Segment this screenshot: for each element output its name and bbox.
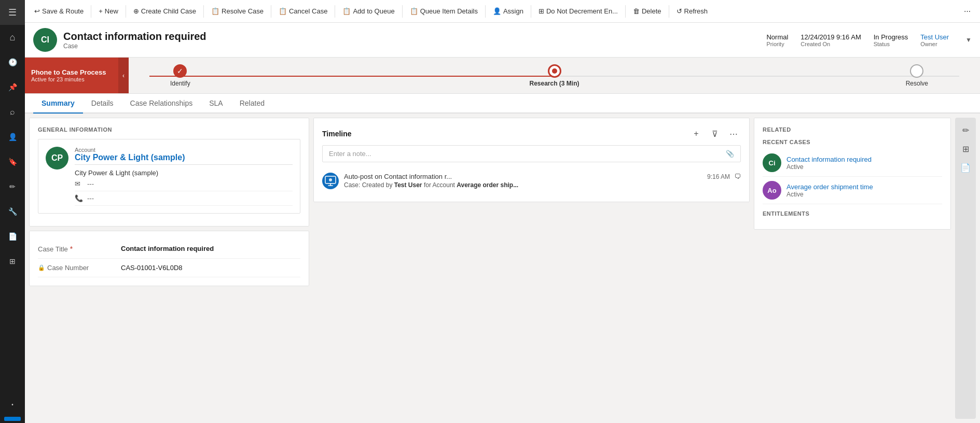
panel-left: GENERAL INFORMATION CP Account City Powe…: [29, 118, 309, 419]
tabs-bar: Summary Details Case Relationships SLA R…: [25, 94, 980, 114]
tab-related[interactable]: Related: [231, 94, 273, 114]
case-avatar-1: Ao: [763, 181, 781, 200]
case-name-1[interactable]: Average order shipment time: [786, 183, 873, 191]
pin-icon[interactable]: 📌: [0, 75, 25, 100]
record-title: Contact information required: [63, 31, 760, 43]
stage-resolve[interactable]: Resolve: [906, 64, 928, 87]
separator-7: [485, 5, 486, 18]
svg-point-1: [329, 178, 332, 181]
account-name-link[interactable]: City Power & Light (sample): [75, 153, 293, 162]
cancel-case-button[interactable]: 📋 Cancel Case: [273, 3, 333, 20]
record-avatar: CI: [33, 28, 57, 52]
timeline-note-input[interactable]: Enter a note... 📎: [322, 145, 741, 162]
timeline-header: Timeline + ⊽ ⋯: [322, 126, 741, 141]
entry-action-0[interactable]: 🗨: [734, 173, 741, 180]
record-title-area: Contact information required Case: [63, 31, 760, 50]
case-status-0: Active: [786, 163, 872, 171]
tab-case-relationships[interactable]: Case Relationships: [122, 94, 201, 114]
timeline-card: Timeline + ⊽ ⋯ Enter a note... 📎: [313, 118, 750, 202]
side-tool-grid[interactable]: ⊞: [957, 140, 974, 157]
priority-meta: Normal Priority: [766, 33, 788, 47]
person-icon[interactable]: 👤: [0, 124, 25, 149]
tab-summary[interactable]: Summary: [33, 94, 83, 114]
content-area: GENERAL INFORMATION CP Account City Powe…: [25, 114, 980, 423]
process-stages: ✓ Identify Research (3 Min) Resolve: [129, 58, 980, 93]
account-info: Account City Power & Light (sample) City…: [75, 147, 293, 206]
timeline-entry-0: Auto-post on Contact information r... 9:…: [322, 168, 741, 193]
delete-icon: 🗑: [633, 7, 640, 15]
menu-icon[interactable]: ☰: [0, 0, 25, 25]
separator-3: [203, 5, 204, 18]
new-button[interactable]: + New: [93, 3, 123, 20]
panel-right: RELATED RECENT CASES Ci Contact informat…: [754, 118, 951, 419]
stage-research-circle: [548, 64, 561, 78]
process-phone-sub: Active for 23 minutes: [31, 76, 112, 82]
entry-header-0: Auto-post on Contact information r... 9:…: [344, 173, 741, 180]
stage-identify-circle: ✓: [173, 64, 187, 78]
recent-icon[interactable]: 🕐: [0, 50, 25, 75]
case-title-label: Case Title *: [38, 245, 121, 253]
doc-nav-icon[interactable]: 📄: [0, 224, 25, 249]
record-header: CI Contact information required Case Nor…: [25, 23, 980, 58]
process-phone-panel[interactable]: Phone to Case Process Active for 23 minu…: [25, 58, 118, 93]
separator-6: [402, 5, 403, 18]
entry-body-0: Case: Created by Test User for Account A…: [344, 181, 741, 189]
assign-button[interactable]: 👤 Assign: [488, 3, 529, 20]
stage-research[interactable]: Research (3 Min): [529, 64, 579, 87]
more-commands-button[interactable]: ⋯: [959, 3, 976, 20]
panel-center: Timeline + ⊽ ⋯ Enter a note... 📎: [313, 118, 750, 419]
assign-icon: 👤: [493, 7, 501, 15]
bookmark-icon[interactable]: 🔖: [0, 149, 25, 174]
timeline-note-placeholder: Enter a note...: [329, 150, 726, 158]
separator-10: [669, 5, 669, 18]
tool-nav-icon[interactable]: 🔧: [0, 199, 25, 224]
recent-case-0: Ci Contact information required Active: [763, 149, 942, 177]
side-tool-doc[interactable]: 📄: [957, 159, 974, 176]
queue-item-button[interactable]: 📋 Queue Item Details: [405, 3, 483, 20]
refresh-icon: ↺: [677, 7, 682, 15]
tab-sla[interactable]: SLA: [201, 94, 231, 114]
save-route-button[interactable]: ↩ Save & Route: [29, 3, 89, 20]
case-title-row: Case Title * Contact information require…: [38, 239, 300, 259]
paperclip-icon: 📎: [726, 150, 734, 158]
required-indicator: *: [70, 245, 73, 253]
general-info-title: GENERAL INFORMATION: [38, 126, 300, 133]
do-not-decrement-button[interactable]: ⊞ Do Not Decrement En...: [533, 3, 623, 20]
header-chevron-icon[interactable]: ▼: [965, 36, 972, 44]
entry-content-0: Auto-post on Contact information r... 9:…: [344, 173, 741, 189]
case-name-0[interactable]: Contact information required: [786, 156, 872, 163]
stage-identify[interactable]: ✓ Identify: [170, 64, 190, 87]
contact-phone-row: 📞 ---: [75, 191, 293, 206]
created-meta: 12/24/2019 9:16 AM Created On: [800, 33, 861, 47]
more-icon: ⋯: [964, 7, 971, 15]
home-icon[interactable]: ⌂: [0, 25, 25, 50]
case-number-value: CAS-01001-V6L0D8: [121, 264, 300, 272]
tab-details[interactable]: Details: [83, 94, 122, 114]
side-tool-pencil[interactable]: ✏: [957, 122, 974, 138]
entry-avatar-0: [322, 173, 339, 189]
process-collapse-icon[interactable]: ‹: [118, 58, 129, 93]
refresh-button[interactable]: ↺ Refresh: [671, 3, 713, 20]
case-title-value[interactable]: Contact information required: [121, 245, 300, 252]
separator-8: [531, 5, 531, 18]
related-section-title: RELATED: [763, 126, 942, 133]
new-icon: +: [99, 7, 103, 15]
pencil-nav-icon[interactable]: ✏: [0, 174, 25, 199]
timeline-filter-button[interactable]: ⊽: [708, 126, 722, 141]
entry-time-0: 9:16 AM: [707, 173, 730, 180]
case-avatar-0: Ci: [763, 153, 781, 172]
grid-nav-icon[interactable]: ⊞: [0, 249, 25, 274]
dot-nav-icon: •: [0, 392, 25, 417]
case-fields-card: Case Title * Contact information require…: [29, 231, 309, 286]
create-child-button[interactable]: ⊕ Create Child Case: [128, 3, 201, 20]
timeline-add-button[interactable]: +: [689, 126, 703, 141]
add-queue-button[interactable]: 📋 Add to Queue: [337, 3, 399, 20]
case-number-row: 🔒 Case Number CAS-01001-V6L0D8: [38, 259, 300, 277]
search-icon[interactable]: ⌕: [0, 100, 25, 124]
account-sub-name: City Power & Light (sample): [75, 164, 293, 177]
timeline-more-button[interactable]: ⋯: [726, 126, 741, 141]
delete-button[interactable]: 🗑 Delete: [628, 3, 667, 20]
stage-identify-label: Identify: [170, 80, 190, 87]
recent-cases-heading: RECENT CASES: [763, 139, 942, 145]
resolve-case-button[interactable]: 📋 Resolve Case: [206, 3, 269, 20]
